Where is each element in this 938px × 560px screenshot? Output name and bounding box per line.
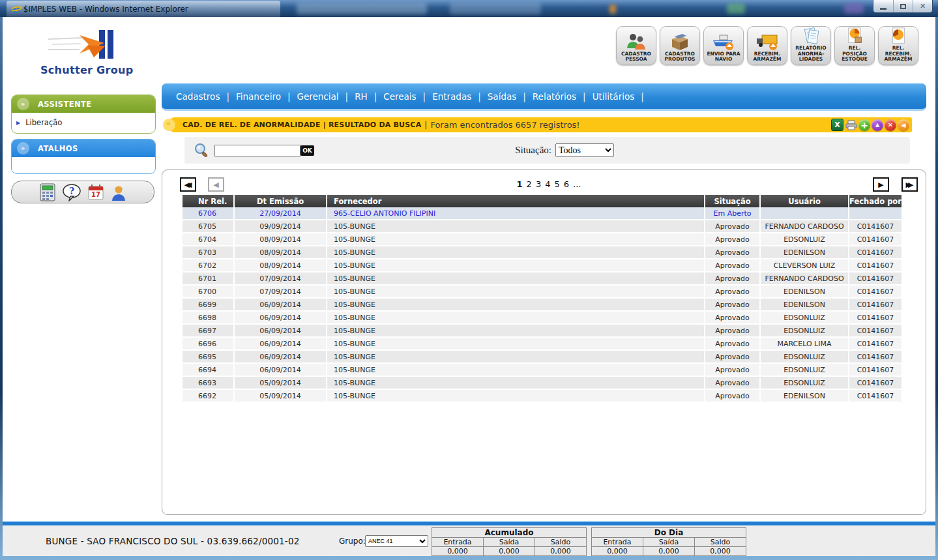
cell-fornecedor: 105-BUNGE [327,390,705,403]
summary-value: 0,000 [432,547,484,556]
page-number[interactable]: 3 [536,179,541,189]
user-icon[interactable] [110,183,127,201]
cell-dt: 06/09/2014 [235,299,327,312]
situacao-select[interactable]: Todos [555,143,614,157]
search-input[interactable] [214,145,300,156]
grupo-label: Grupo: [339,537,366,546]
menu-item-entradas[interactable]: Entradas [430,91,474,102]
cell-situacao: Aprovado [705,299,761,312]
cell-fechado: C0141607 [849,338,903,351]
cell-situacao: Aprovado [705,377,761,390]
cell-fechado: C0141607 [849,220,903,233]
calculator-icon[interactable] [39,183,56,201]
summary-value: 0,000 [535,547,587,556]
last-page-button[interactable]: ▶▶ [901,177,918,192]
menu-item-relatórios[interactable]: Relatórios [530,91,579,102]
cell-fornecedor: 105-BUNGE [327,364,705,377]
shortcut-toolbar: CADASTRO PESSOA CADASTRO PRODUTOS ENVIO … [616,26,918,65]
page-number[interactable]: 5 [554,179,559,189]
cell-usuario[interactable] [761,207,849,220]
menu-item-rh[interactable]: RH [352,91,370,102]
minimize-button[interactable] [873,0,893,12]
cell-situacao: Aprovado [705,312,761,325]
close-record-icon[interactable]: ✕ [885,119,896,131]
taskbar-blur-decoration [609,5,616,14]
shortcut-cadastro-pessoa-button[interactable]: CADASTRO PESSOA [616,26,656,65]
taskbar-blur-decoration [297,3,427,14]
shortcut-envio-para-navio-button[interactable]: ENVIO PARA NAVIO [703,26,744,65]
assistente-header: » ASSISTENTE [12,95,155,113]
page-number-current: 1 [517,179,523,189]
shortcut-rel-posicao-estoque-button[interactable]: REL. POSIÇÃO ESTOQUE [834,26,875,65]
acumulado-summary-table: AcumuladoEntradaSaídaSaldo0,0000,0000,00… [432,527,587,556]
cell-fornecedor[interactable]: 965-CELIO ANTONIO FILIPINI [327,207,705,220]
cell-situacao: Aprovado [705,390,761,403]
cell-usuario: CLEVERSON LUIZ [761,259,849,273]
taskbar-blur-decoration [844,3,864,14]
cell-usuario: EDSONLUIZ [761,364,849,377]
cell-dt: 06/09/2014 [235,325,327,338]
bullet-arrow-icon: ▶ [16,120,20,126]
cell-fornecedor: 105-BUNGE [327,259,705,273]
pie-stock-icon [843,27,866,45]
cell-fechado: C0141607 [849,233,903,246]
cell-fechado[interactable] [849,207,903,220]
grupo-select[interactable]: ANEC 41 [365,535,428,547]
truck-upload-icon [755,33,779,51]
calendar-icon[interactable]: 17 [87,184,104,201]
summary-title: Do Dia [592,528,746,538]
titlebar[interactable]: e $IMPLES WEB - Windows Internet Explore… [0,0,938,17]
column-header-4: Usuário [761,195,849,207]
shortcut-recebim-armazem-button[interactable]: RECEBIM. ARMAZÉM [747,26,787,65]
menu-item-utilitários[interactable]: Utilitários [590,91,638,102]
menu-item-cereais[interactable]: Cereais [381,91,418,102]
search-ok-button[interactable]: OK [300,145,314,156]
summary-col-header: Saída [643,538,695,547]
shortcut-rel-recebim-armazem-button[interactable]: REL. RECEBIM. ARMAZÉM [878,26,918,65]
menu-separator: | [342,91,353,102]
shortcut-cadastro-produtos-button[interactable]: CADASTRO PRODUTOS [660,26,700,65]
shortcut-relatorio-anormalidades-button[interactable]: RELATÓRIO ANORMA- LIDADES [791,26,831,65]
cell-dt: 08/09/2014 [235,233,327,246]
cell-nr: 6705 [183,220,235,233]
cell-fechado: C0141607 [849,377,903,390]
page-number[interactable]: 2 [527,179,532,189]
menu-separator: | [637,91,648,102]
sidebar-item-liberacao[interactable]: ▶ Liberação [12,113,155,133]
cell-situacao: Aprovado [705,351,761,364]
maximize-button[interactable] [893,0,913,12]
taskbar-blur-decoration [727,3,745,14]
table-row: 670208/09/2014105-BUNGEAprovadoCLEVERSON… [183,259,903,273]
next-page-button[interactable]: ▶ [873,177,889,192]
cell-situacao[interactable]: Em Aberto [705,207,761,220]
print-icon[interactable] [845,119,857,131]
excel-export-icon[interactable]: X [831,119,843,131]
browser-window: e $IMPLES WEB - Windows Internet Explore… [0,0,938,560]
cell-fechado: C0141607 [849,273,903,286]
menu-item-gerencial[interactable]: Gerencial [294,91,341,102]
help-icon[interactable]: ? [62,183,81,201]
cell-usuario: EDSONLUIZ [761,351,849,364]
cell-nr[interactable]: 6706 [183,207,235,220]
do-dia-summary-table: Do DiaEntradaSaídaSaldo0,0000,0000,000 [591,527,746,556]
page-number[interactable]: 6 [564,179,569,189]
menu-item-saídas[interactable]: Saídas [485,91,519,102]
cell-fechado: C0141607 [849,259,903,273]
summary-col-header: Entrada [592,538,643,547]
cell-situacao: Aprovado [705,233,761,246]
status-message: Foram encontrados 6657 registros! [430,120,579,130]
cell-fornecedor: 105-BUNGE [327,246,705,259]
page-number[interactable]: 4 [545,179,550,189]
cell-dt[interactable]: 27/09/2014 [235,207,327,220]
back-icon[interactable]: ◀ [898,119,909,131]
product-box-icon [668,33,692,51]
summary-value: 0,000 [643,547,695,556]
menu-item-cadastros[interactable]: Cadastros [173,91,222,102]
menu-item-financeiro[interactable]: Financeiro [233,91,284,102]
cell-usuario: FERNANDO CARDOSO [761,220,849,233]
up-icon[interactable]: ▲ [872,119,883,131]
close-button[interactable]: ✕ [913,0,932,12]
chevron-orb-icon: » [17,142,29,155]
window-title: $IMPLES WEB - Windows Internet Explorer [23,5,188,14]
add-icon[interactable]: + [858,119,870,131]
